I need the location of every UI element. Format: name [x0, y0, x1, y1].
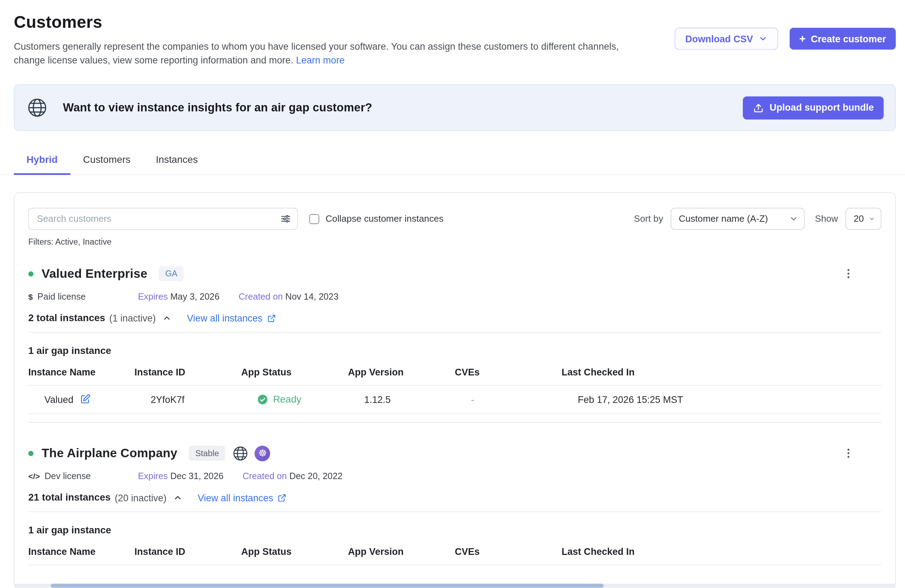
- expires-date: Dec 31, 2026: [170, 471, 224, 481]
- expires-label: Expires: [138, 292, 168, 301]
- inactive-note: (20 inactive): [114, 492, 166, 503]
- check-circle-icon: [257, 394, 267, 405]
- search-input[interactable]: [28, 208, 298, 230]
- col-instance-name: Instance Name: [28, 546, 134, 557]
- upload-support-bundle-button[interactable]: Upload support bundle: [743, 96, 883, 119]
- sort-select[interactable]: Customer name (A-Z): [671, 208, 805, 230]
- col-cves: CVEs: [455, 546, 562, 557]
- view-all-instances-label: View all instances: [187, 313, 262, 324]
- total-instances: 21 total instances: [28, 492, 111, 504]
- col-app-version: App Version: [348, 367, 455, 378]
- app-window: Customers Customers generally represent …: [0, 0, 905, 588]
- collapse-instances-label[interactable]: Collapse customer instances: [325, 214, 444, 224]
- customers-toolbar: Collapse customer instances Sort by Cust…: [28, 208, 881, 230]
- app-status-cell: Ready: [257, 394, 364, 405]
- view-all-instances-link[interactable]: View all instances: [198, 492, 286, 503]
- edit-instance-icon[interactable]: [79, 394, 91, 405]
- created-label: Created on: [238, 292, 283, 301]
- divider: [28, 332, 881, 333]
- show-label: Show: [815, 214, 838, 224]
- total-instances: 2 total instances: [28, 312, 105, 324]
- view-all-instances-label: View all instances: [198, 492, 273, 503]
- page-title: Customers: [14, 13, 675, 32]
- last-checked-in-cell: Feb 17, 2026 15:25 MST: [578, 394, 881, 405]
- collapse-instances-checkbox[interactable]: [310, 214, 319, 224]
- airgap-insights-banner: Want to view instance insights for an ai…: [14, 84, 895, 131]
- col-app-version: App Version: [348, 546, 455, 557]
- created-date: Dec 20, 2022: [289, 471, 343, 481]
- page-header: Customers Customers generally represent …: [0, 0, 905, 67]
- show-select-value: 20: [854, 214, 864, 224]
- upload-icon: [753, 102, 764, 113]
- create-customer-label: Create customer: [811, 33, 886, 44]
- upload-support-bundle-label: Upload support bundle: [770, 102, 874, 113]
- chevron-up-icon[interactable]: [162, 313, 171, 323]
- col-instance-id: Instance ID: [135, 546, 241, 557]
- expires-field: Expires May 3, 2026: [138, 292, 219, 302]
- instance-id-cell: 2YfoK7f: [151, 394, 257, 405]
- created-field: Created on Nov 14, 2023: [238, 292, 339, 302]
- customer-name[interactable]: The Airplane Company: [41, 446, 177, 460]
- customer-block-airplane-company: The Airplane Company Stable ☸ </> Dev li…: [28, 442, 881, 566]
- globe-icon: [27, 98, 47, 118]
- download-csv-label: Download CSV: [686, 33, 753, 44]
- instances-summary-row: 2 total instances (1 inactive) View all …: [28, 312, 881, 324]
- external-link-icon: [278, 493, 286, 502]
- download-csv-button[interactable]: Download CSV: [675, 28, 778, 50]
- active-status-dot: [28, 451, 33, 456]
- inactive-note: (1 inactive): [109, 313, 156, 324]
- chevron-up-icon[interactable]: [173, 493, 182, 502]
- expires-field: Expires Dec 31, 2026: [138, 471, 224, 481]
- col-instance-name: Instance Name: [28, 367, 134, 378]
- header-actions: Download CSV + Create customer: [675, 28, 896, 50]
- customers-card: Collapse customer instances Sort by Cust…: [14, 192, 895, 588]
- active-status-dot: [28, 271, 33, 277]
- customer-divider: [28, 422, 881, 423]
- kebab-menu-icon[interactable]: [841, 446, 855, 461]
- learn-more-link[interactable]: Learn more: [296, 55, 345, 65]
- horizontal-scrollbar-thumb[interactable]: [51, 584, 604, 588]
- airgap-globe-icon: [233, 446, 248, 461]
- tab-instances[interactable]: Instances: [143, 148, 210, 175]
- instance-name: Valued: [44, 394, 73, 405]
- show-select[interactable]: 20: [845, 208, 881, 230]
- page-description: Customers generally represent the compan…: [14, 39, 631, 67]
- tab-customers[interactable]: Customers: [70, 148, 143, 175]
- airgap-instance-heading: 1 air gap instance: [28, 345, 881, 357]
- filters-summary: Filters: Active, Inactive: [28, 237, 881, 246]
- horizontal-scrollbar[interactable]: [14, 584, 895, 588]
- view-all-instances-link[interactable]: View all instances: [187, 313, 276, 324]
- channel-badge: GA: [159, 266, 184, 281]
- col-cves: CVEs: [455, 367, 562, 378]
- col-app-status: App Status: [241, 367, 348, 378]
- instances-table-header: Instance Name Instance ID App Status App…: [28, 542, 881, 565]
- sort-select-value: Customer name (A-Z): [679, 214, 768, 224]
- paid-license-icon: $: [28, 292, 33, 301]
- license-row: </> Dev license Expires Dec 31, 2026 Cre…: [28, 471, 881, 481]
- license-row: $ Paid license Expires May 3, 2026 Creat…: [28, 292, 881, 302]
- cves-cell: -: [471, 394, 578, 405]
- helm-chart-icon: ☸: [255, 446, 270, 461]
- created-date: Nov 14, 2023: [286, 292, 339, 301]
- license-type-label: Dev license: [45, 471, 91, 481]
- tab-hybrid[interactable]: Hybrid: [14, 148, 70, 175]
- create-customer-button[interactable]: + Create customer: [789, 28, 896, 50]
- instance-row[interactable]: Valued 2YfoK7f: [28, 386, 881, 414]
- chevron-down-icon: [758, 34, 767, 43]
- col-last-checked-in: Last Checked In: [562, 546, 881, 557]
- channel-badge: Stable: [189, 446, 225, 461]
- col-app-status: App Status: [241, 546, 348, 557]
- expires-date: May 3, 2026: [170, 292, 219, 301]
- customer-name[interactable]: Valued Enterprise: [41, 267, 147, 281]
- app-status-text: Ready: [273, 394, 301, 405]
- instances-table-header: Instance Name Instance ID App Status App…: [28, 363, 881, 386]
- divider: [28, 512, 881, 512]
- instance-name-cell: Valued: [44, 394, 151, 405]
- col-last-checked-in: Last Checked In: [562, 367, 881, 378]
- external-link-icon: [267, 314, 276, 323]
- license-type: $ Paid license: [28, 292, 138, 302]
- filter-sliders-icon[interactable]: [280, 213, 291, 224]
- created-field: Created on Dec 20, 2022: [243, 471, 343, 481]
- kebab-menu-icon[interactable]: [841, 266, 855, 281]
- app-version-cell: 1.12.5: [364, 394, 471, 405]
